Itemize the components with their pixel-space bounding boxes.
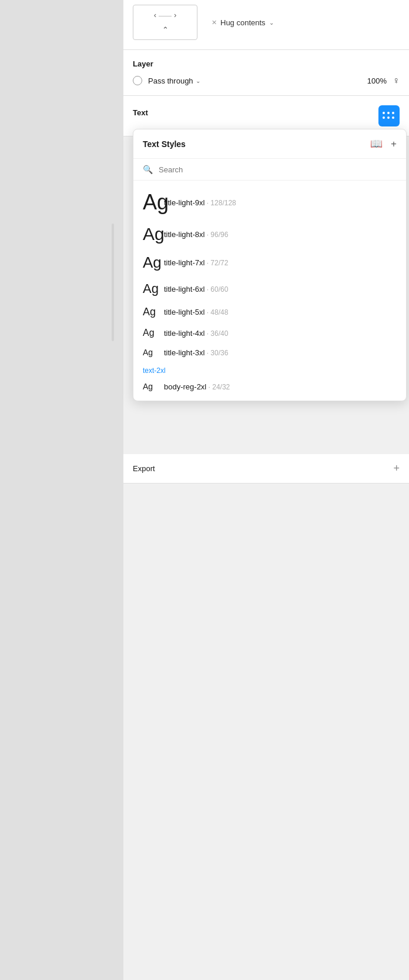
book-icon[interactable]: 📖 [370,138,383,150]
style-list-item[interactable]: Ag title-light-6xl · 60/60 [133,276,406,301]
style-list-item[interactable]: Ag title-light-3xl · 30/36 [133,343,406,362]
pass-through-button[interactable]: Pass through ⌄ [148,76,200,85]
style-list-item[interactable]: Ag title-light-4xl · 36/40 [133,323,406,343]
ag-preview: Ag [143,224,157,244]
ag-preview: Ag [143,328,157,338]
hug-x-icon: ✕ [212,19,217,26]
style-list: Ag title-light-9xl · 128/128 Ag title-li… [133,181,406,401]
style-item-name: title-light-9xl · 128/128 [164,198,236,207]
style-list-item[interactable]: Ag body-reg-2xl · 24/32 [133,377,406,396]
export-add-icon[interactable]: + [393,462,400,475]
hug-contents-button[interactable]: ✕ Hug contents ⌄ [207,16,279,29]
left-arrow-icon: ‹ [154,11,156,19]
bottom-area [123,484,409,980]
style-list-item[interactable]: Ag title-light-9xl · 128/128 [133,185,406,219]
hug-dropdown-icon: ⌄ [269,19,274,26]
add-style-icon[interactable]: + [391,138,397,150]
ag-preview: Ag [143,348,157,357]
dots-grid-icon [383,112,395,120]
pass-through-dropdown-icon: ⌄ [196,78,200,84]
visibility-icon[interactable]: ♀ [393,75,400,86]
scrollbar-track[interactable] [112,224,114,341]
opacity-value: 100% [367,76,387,85]
text-section: Text Text Styles 📖 + 🔍 [123,96,409,136]
section-label-text2xl: text-2xl [133,362,406,377]
up-arrow-icon: ⌃ [162,25,169,34]
text-styles-button[interactable] [378,105,400,126]
text-section-title: Text [133,108,148,117]
style-item-name: title-light-8xl · 96/96 [164,230,228,239]
style-list-item[interactable]: Ag title-light-5xl · 48/48 [133,301,406,323]
right-arrow-icon: › [174,11,176,19]
style-list-item[interactable]: Ag title-light-7xl · 72/72 [133,249,406,276]
ag-preview: Ag [143,281,157,296]
style-item-name: body-reg-2xl · 24/32 [164,382,230,391]
style-item-name: title-light-3xl · 30/36 [164,348,228,357]
style-item-name: title-light-6xl · 60/60 [164,285,228,294]
export-label: Export [133,464,155,473]
ag-preview: Ag [143,190,157,215]
layer-blend-icon [133,76,142,85]
style-item-name: title-light-5xl · 48/48 [164,308,228,316]
search-bar[interactable]: 🔍 [133,159,406,181]
arrow-divider: —— [159,12,172,19]
pass-through-label: Pass through [148,76,193,85]
layer-section: Layer Pass through ⌄ 100% ♀ [123,50,409,96]
style-list-item[interactable]: Ag title-light-8xl · 96/96 [133,219,406,249]
ag-preview: Ag [143,306,157,318]
ag-preview: Ag [143,254,157,272]
style-item-name: title-light-4xl · 36/40 [164,329,228,338]
style-item-name: title-light-7xl · 72/72 [164,258,228,267]
search-icon: 🔍 [143,165,153,174]
horizontal-arrows: ‹ —— › [154,11,177,19]
dropdown-title: Text Styles [143,139,186,149]
ag-preview: Ag [143,382,157,391]
layer-section-title: Layer [133,59,400,68]
hug-contents-label: Hug contents [220,18,266,27]
search-input[interactable] [159,165,397,174]
resize-box[interactable]: ‹ —— › ⌃ [133,5,197,40]
text-styles-dropdown: Text Styles 📖 + 🔍 Ag title-light-9xl · 1… [133,129,407,401]
export-section: Export + [123,454,409,484]
